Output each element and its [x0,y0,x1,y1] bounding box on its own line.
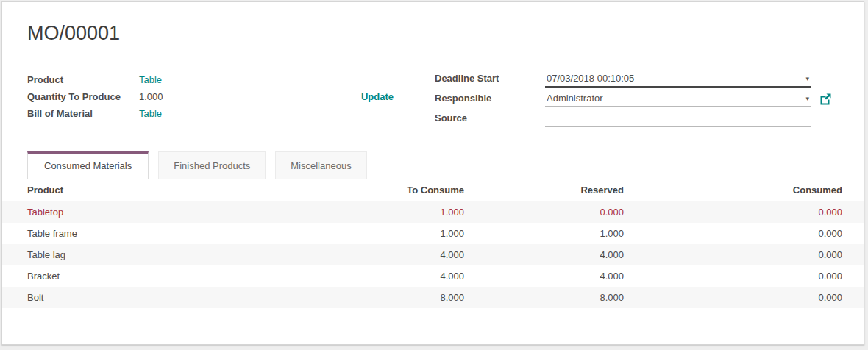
cell-reserved: 0.000 [464,201,624,224]
responsible-input[interactable]: Administrator ▾ [545,91,811,107]
consumed-materials-table: Product To Consume Reserved Consumed Tab… [2,179,864,308]
field-row-responsible: Responsible Administrator ▾ [435,91,811,111]
fields-right-column: Deadline Start 07/03/2018 00:10:05 ▾ Res… [435,71,811,131]
source-input[interactable] [545,111,811,127]
product-label: Product [27,74,139,85]
page-title: MO/00001 [27,21,864,45]
column-header-consumed[interactable]: Consumed [624,179,864,201]
notebook-tabbar: Consumed Materials Finished Products Mis… [2,151,864,179]
manufacturing-order-sheet: MO/00001 Product Table Quantity To Produ… [1,1,864,345]
cell-to-consume: 4.000 [370,244,464,265]
table-row[interactable]: Table frame 1.000 1.000 0.000 [2,223,864,244]
table-row[interactable]: Bracket 4.000 4.000 0.000 [2,265,864,287]
cell-to-consume: 1.000 [370,201,464,224]
column-header-to-consume[interactable]: To Consume [370,179,464,201]
cell-to-consume: 1.000 [370,223,464,244]
table-row[interactable]: Bolt 8.000 8.000 0.000 [2,287,864,308]
cell-to-consume: 4.000 [370,265,464,287]
deadline-input[interactable]: 07/03/2018 00:10:05 ▾ [545,71,811,88]
cell-reserved: 8.000 [464,287,624,308]
table-header-row: Product To Consume Reserved Consumed [2,179,864,201]
cell-consumed: 0.000 [624,223,864,244]
cell-product: Bracket [2,265,370,287]
bom-value-link[interactable]: Table [139,108,162,119]
cell-product: Tabletop [2,201,370,224]
cell-consumed: 0.000 [624,244,864,265]
product-value-link[interactable]: Table [139,74,162,85]
field-row-deadline: Deadline Start 07/03/2018 00:10:05 ▾ [435,71,811,91]
responsible-label: Responsible [435,91,545,104]
cell-consumed: 0.000 [624,287,864,308]
bom-label: Bill of Material [27,108,139,119]
column-header-reserved[interactable]: Reserved [464,179,624,201]
cell-to-consume: 8.000 [370,287,464,308]
fields-left-column: Product Table Quantity To Produce 1.000 … [27,71,394,131]
deadline-value: 07/03/2018 00:10:05 [547,73,634,84]
tab-miscellaneous[interactable]: Miscellaneous [275,151,366,179]
cell-product: Table lag [2,244,370,265]
field-row-bom: Bill of Material Table [27,105,394,122]
update-button[interactable]: Update [361,91,394,102]
field-row-product: Product Table [27,71,394,88]
cell-reserved: 4.000 [464,265,624,287]
table-row[interactable]: Table lag 4.000 4.000 0.000 [2,244,864,265]
source-label: Source [435,111,545,124]
chevron-down-icon[interactable]: ▾ [805,95,809,102]
form-fields: Product Table Quantity To Produce 1.000 … [27,71,811,131]
tab-consumed-materials[interactable]: Consumed Materials [27,151,149,179]
cell-product: Bolt [2,287,370,308]
cell-reserved: 4.000 [464,244,624,265]
quantity-value: 1.000 [139,91,163,102]
chevron-down-icon[interactable]: ▾ [805,75,809,82]
external-link-icon[interactable] [819,93,832,105]
column-header-product[interactable]: Product [2,179,370,201]
responsible-value: Administrator [547,93,603,104]
text-cursor [547,114,547,124]
tab-finished-products[interactable]: Finished Products [158,151,266,179]
cell-reserved: 1.000 [464,223,624,244]
cell-consumed: 0.000 [624,201,864,224]
field-row-source: Source [435,111,811,131]
field-row-quantity: Quantity To Produce 1.000 Update [27,88,394,105]
cell-product: Table frame [2,223,370,244]
table-row[interactable]: Tabletop 1.000 0.000 0.000 [2,201,864,224]
cell-consumed: 0.000 [624,265,864,287]
deadline-label: Deadline Start [435,71,545,84]
quantity-label: Quantity To Produce [27,91,139,102]
